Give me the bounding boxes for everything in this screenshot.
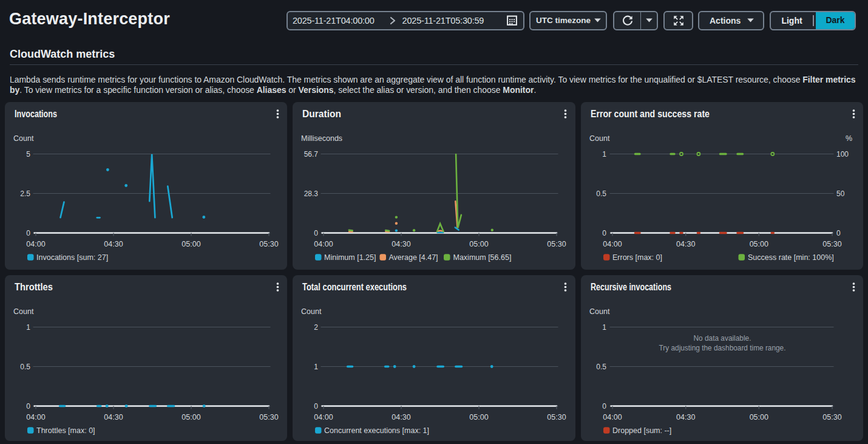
svg-text:Average [4.47]: Average [4.47] <box>389 253 438 262</box>
svg-text:04:00: 04:00 <box>314 413 333 422</box>
svg-text:05:00: 05:00 <box>749 240 768 248</box>
svg-text:Invocations [sum: 27]: Invocations [sum: 27] <box>36 253 108 262</box>
svg-text:1: 1 <box>26 323 30 332</box>
svg-text:05:30: 05:30 <box>548 240 566 248</box>
svg-text:Total concurrent executions: Total concurrent executions <box>302 282 407 292</box>
svg-text:04:30: 04:30 <box>104 413 123 422</box>
svg-text:04:30: 04:30 <box>676 413 695 422</box>
svg-text:Concurrent executions [max: 1]: Concurrent executions [max: 1] <box>324 426 429 435</box>
svg-text:0.5: 0.5 <box>596 363 606 371</box>
svg-text:1: 1 <box>602 150 606 159</box>
svg-text:05:00: 05:00 <box>470 240 489 248</box>
svg-text:Dropped [sum: --]: Dropped [sum: --] <box>612 426 671 435</box>
svg-text:0.5: 0.5 <box>596 190 606 198</box>
svg-text:05:00: 05:00 <box>181 240 200 248</box>
svg-text:Milliseconds: Milliseconds <box>301 134 342 143</box>
svg-text:Duration: Duration <box>302 109 341 119</box>
svg-text:05:30: 05:30 <box>259 240 278 248</box>
svg-text:04:30: 04:30 <box>392 240 411 248</box>
svg-text:Throttles: Throttles <box>15 282 53 292</box>
svg-text:Throttles [max: 0]: Throttles [max: 0] <box>36 426 95 435</box>
svg-text:Recursive invocations: Recursive invocations <box>591 282 671 292</box>
svg-text:05:00: 05:00 <box>470 413 489 422</box>
svg-text:0: 0 <box>836 229 841 237</box>
svg-text:56.7: 56.7 <box>304 150 319 159</box>
svg-text:0: 0 <box>26 229 30 237</box>
svg-text:04:00: 04:00 <box>26 413 45 422</box>
svg-text:0: 0 <box>602 402 606 411</box>
svg-text:Count: Count <box>13 134 34 143</box>
svg-text:0: 0 <box>602 229 606 237</box>
svg-text:05:30: 05:30 <box>822 413 841 422</box>
svg-text:Count: Count <box>13 307 34 316</box>
svg-text:0: 0 <box>314 229 319 237</box>
svg-text:2: 2 <box>314 323 319 332</box>
svg-text:0: 0 <box>26 402 30 411</box>
svg-text:04:00: 04:00 <box>26 240 45 248</box>
svg-text:2.5: 2.5 <box>20 190 30 198</box>
svg-text:28.3: 28.3 <box>304 190 319 198</box>
svg-text:05:30: 05:30 <box>259 413 278 422</box>
svg-text:05:30: 05:30 <box>548 413 566 422</box>
svg-text:50: 50 <box>836 190 845 198</box>
svg-text:5: 5 <box>26 150 30 159</box>
svg-text:04:30: 04:30 <box>104 240 123 248</box>
svg-text:Minimum [1.25]: Minimum [1.25] <box>324 253 376 262</box>
svg-text:04:30: 04:30 <box>392 413 411 422</box>
svg-text:0.5: 0.5 <box>20 363 30 371</box>
svg-text:Try adjusting the dashboard ti: Try adjusting the dashboard time range. <box>659 344 785 352</box>
svg-text:04:30: 04:30 <box>676 240 695 248</box>
svg-text:Count: Count <box>301 307 322 316</box>
svg-text:Error count and success rate: Error count and success rate <box>591 109 710 119</box>
svg-text:05:00: 05:00 <box>181 413 200 422</box>
svg-text:05:00: 05:00 <box>749 413 768 422</box>
svg-text:0: 0 <box>314 402 319 411</box>
svg-text:05:30: 05:30 <box>822 240 841 248</box>
svg-text:Invocations: Invocations <box>15 109 57 119</box>
svg-text:Count: Count <box>589 307 610 316</box>
svg-text:Success rate [min: 100%]: Success rate [min: 100%] <box>748 253 834 262</box>
svg-text:%: % <box>846 134 852 143</box>
svg-text:Errors [max: 0]: Errors [max: 0] <box>612 253 662 262</box>
svg-text:04:00: 04:00 <box>603 240 622 248</box>
svg-text:Maximum [56.65]: Maximum [56.65] <box>453 253 512 262</box>
svg-text:04:00: 04:00 <box>603 413 622 422</box>
svg-text:1: 1 <box>314 363 319 371</box>
svg-text:1: 1 <box>602 323 606 332</box>
svg-text:100: 100 <box>836 150 849 159</box>
svg-text:04:00: 04:00 <box>314 240 333 248</box>
svg-text:Count: Count <box>589 134 610 143</box>
svg-text:No data available.: No data available. <box>693 334 751 343</box>
